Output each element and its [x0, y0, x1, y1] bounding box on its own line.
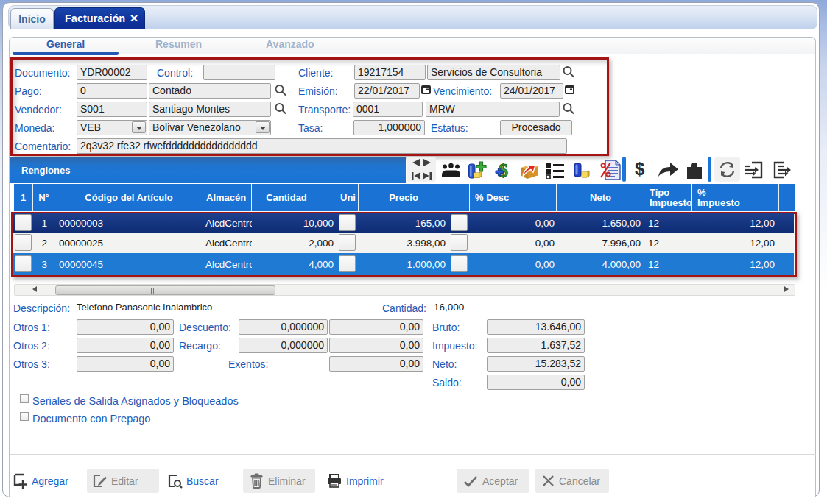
svg-text:$: $	[635, 160, 645, 179]
